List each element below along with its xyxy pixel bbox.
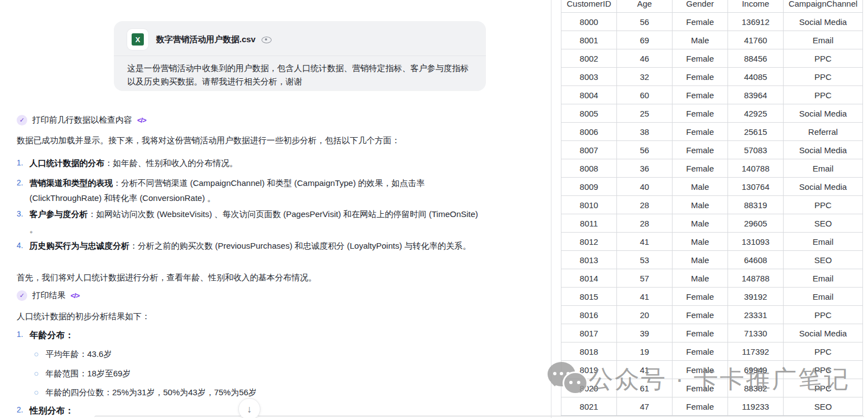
table-cell: 8000 bbox=[561, 13, 617, 31]
attachment-card: X 数字营销活动用户数据.csv 这是一份营销活动中收集到的用户数据，包含人口统… bbox=[114, 21, 486, 91]
table-column-header: CustomerID bbox=[561, 0, 617, 13]
table-cell: 39192 bbox=[728, 288, 784, 306]
user-message-text: 这是一份营销活动中收集到的用户数据，包含人口统计数据、营销特定指标、客户参与度指… bbox=[127, 62, 473, 88]
table-cell: 71330 bbox=[728, 324, 784, 343]
table-cell: 8011 bbox=[561, 214, 617, 233]
table-row[interactable]: 800836Female140788Email bbox=[561, 159, 863, 178]
plan-item-title: 营销渠道和类型的表现 bbox=[29, 178, 113, 188]
table-cell: Female bbox=[673, 159, 728, 178]
table-cell: 119233 bbox=[728, 397, 784, 416]
table-cell: Female bbox=[673, 324, 728, 343]
preview-eye-icon[interactable] bbox=[261, 34, 272, 45]
table-cell: Female bbox=[673, 123, 728, 141]
table-row[interactable]: 801541Female39192Email bbox=[561, 288, 863, 306]
table-cell: Email bbox=[784, 269, 863, 288]
table-cell: 136912 bbox=[728, 13, 784, 31]
table-row[interactable]: 801128Male29605SEO bbox=[561, 214, 863, 233]
task-label: 打印前几行数据以检查内容 bbox=[32, 115, 132, 125]
table-row[interactable]: 800056Female136912Social Media bbox=[561, 13, 863, 31]
table-cell: 69949 bbox=[728, 361, 784, 379]
bullet-text: 年龄的四分位数：25%为31岁，50%为43岁，75%为56岁 bbox=[46, 387, 257, 398]
list-number: 2. bbox=[17, 175, 23, 190]
table-cell: Female bbox=[673, 379, 728, 397]
bullet-icon bbox=[34, 391, 38, 395]
table-cell: SEO bbox=[784, 214, 863, 233]
table-row[interactable]: 800332Female44085PPC bbox=[561, 68, 863, 86]
table-row[interactable]: 800525Female42925Social Media bbox=[561, 104, 863, 123]
table-cell: PPC bbox=[784, 86, 863, 104]
table-row[interactable]: 800169Male41760Email bbox=[561, 31, 863, 49]
plan-item-2: 2.营销渠道和类型的表现：分析不同营销渠道 (CampaignChannel) … bbox=[17, 175, 486, 205]
table-row[interactable]: 800756Female57083Social Media bbox=[561, 141, 863, 159]
table-cell: Social Media bbox=[784, 141, 863, 159]
table-cell: 8010 bbox=[561, 196, 617, 214]
table-cell: 88319 bbox=[728, 196, 784, 214]
table-cell: Female bbox=[673, 361, 728, 379]
plan-item-desc: ：如年龄、性别和收入的分布情况。 bbox=[104, 158, 238, 168]
table-cell: 8002 bbox=[561, 49, 617, 68]
task-row-print-result[interactable]: ✓ 打印结果 </> bbox=[17, 290, 79, 301]
list-number: 4. bbox=[17, 238, 23, 253]
bullet-age-quartiles: 年龄的四分位数：25%为31岁，50%为43岁，75%为56岁 bbox=[34, 387, 257, 398]
table-row[interactable]: 802147Female119233SEO bbox=[561, 397, 863, 416]
assistant-transition-paragraph: 首先，我们将对人口统计数据进行分析，查看年龄、性别和收入的基本分布情况。 bbox=[17, 271, 533, 284]
file-icon-container: X bbox=[127, 29, 148, 50]
table-cell: 64608 bbox=[728, 251, 784, 269]
table-cell: Social Media bbox=[784, 104, 863, 123]
table-cell: 32 bbox=[617, 68, 673, 86]
table-row[interactable]: 800460Female83964PPC bbox=[561, 86, 863, 104]
plan-item-3: 3.客户参与度分析：如网站访问次数 (WebsiteVisits) 、每次访问页… bbox=[17, 207, 486, 236]
table-cell: Female bbox=[673, 68, 728, 86]
table-cell: Female bbox=[673, 306, 728, 324]
table-row[interactable]: 801620Female23331PPC bbox=[561, 306, 863, 324]
table-row[interactable]: 801739Female71330Social Media bbox=[561, 324, 863, 343]
table-cell: 25615 bbox=[728, 123, 784, 141]
table-cell: 117392 bbox=[728, 343, 784, 361]
table-cell: 8018 bbox=[561, 343, 617, 361]
scroll-down-button[interactable]: ↓ bbox=[238, 398, 260, 418]
table-column-header: Age bbox=[617, 0, 673, 13]
task-row-print-head[interactable]: ✓ 打印前几行数据以检查内容 </> bbox=[17, 115, 146, 125]
table-cell: SEO bbox=[784, 251, 863, 269]
table-row[interactable]: 801457Male148788Email bbox=[561, 269, 863, 288]
check-icon: ✓ bbox=[17, 290, 27, 301]
table-cell: 8016 bbox=[561, 306, 617, 324]
table-column-header: Gender bbox=[673, 0, 728, 13]
table-cell: 42925 bbox=[728, 104, 784, 123]
code-icon[interactable]: </> bbox=[71, 291, 79, 300]
table-cell: 8009 bbox=[561, 178, 617, 196]
excel-file-icon: X bbox=[132, 33, 144, 46]
table-cell: 130764 bbox=[728, 178, 784, 196]
table-cell: Female bbox=[673, 13, 728, 31]
table-row[interactable]: 801941Female69949PPC bbox=[561, 361, 863, 379]
table-row[interactable]: 801241Male131093Email bbox=[561, 233, 863, 251]
table-row[interactable]: 801819Female117392PPC bbox=[561, 343, 863, 361]
table-cell: 23331 bbox=[728, 306, 784, 324]
table-cell: Female bbox=[673, 343, 728, 361]
table-row[interactable]: 801028Male88319PPC bbox=[561, 196, 863, 214]
table-cell: 39 bbox=[617, 324, 673, 343]
table-row[interactable]: 800940Male130764Social Media bbox=[561, 178, 863, 196]
table-cell: Email bbox=[784, 233, 863, 251]
assistant-intro-paragraph: 数据已成功加载并显示。接下来，我将对这份营销活动用户数据进行一些初步分析，包括以… bbox=[17, 134, 533, 147]
panel-divider bbox=[551, 0, 551, 418]
table-body: 800056Female136912Social Media800169Male… bbox=[561, 13, 863, 416]
table-row[interactable]: 800638Female25615Referral bbox=[561, 123, 863, 141]
code-icon[interactable]: </> bbox=[137, 116, 146, 124]
result-title: 年龄分布： bbox=[29, 330, 74, 340]
table-cell: 41 bbox=[617, 233, 673, 251]
table-cell: 8017 bbox=[561, 324, 617, 343]
table-cell: 41 bbox=[617, 361, 673, 379]
table-row[interactable]: 800246Female88456PPC bbox=[561, 49, 863, 68]
file-attachment-row[interactable]: X 数字营销活动用户数据.csv bbox=[127, 28, 473, 51]
table-row[interactable]: 802061Female88382PPC bbox=[561, 379, 863, 397]
table-cell: Female bbox=[673, 397, 728, 416]
table-cell: 8004 bbox=[561, 86, 617, 104]
table-row[interactable]: 801353Male64608SEO bbox=[561, 251, 863, 269]
table-cell: 38 bbox=[617, 123, 673, 141]
result-item-age: 1.年龄分布： bbox=[17, 330, 74, 341]
file-name: 数字营销活动用户数据.csv bbox=[156, 34, 255, 45]
chat-input-top-edge bbox=[94, 416, 864, 417]
table-cell: 36 bbox=[617, 159, 673, 178]
table-cell: 8014 bbox=[561, 269, 617, 288]
